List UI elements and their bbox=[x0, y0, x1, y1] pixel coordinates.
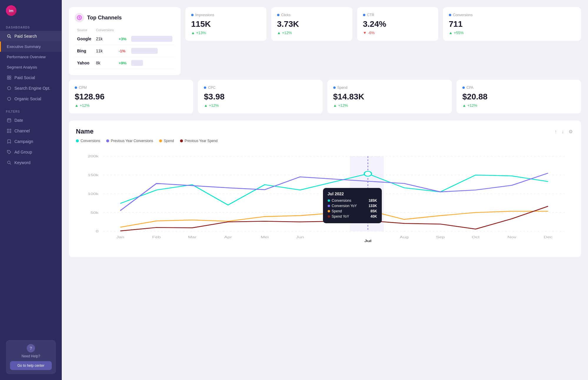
filter-campaign[interactable]: Campaign bbox=[0, 136, 62, 147]
need-help-text: Need Help? bbox=[10, 354, 52, 358]
metric-label: CPA bbox=[462, 86, 575, 90]
svg-text:Sep: Sep bbox=[436, 235, 445, 239]
chart-settings-button[interactable]: ⚙ bbox=[567, 128, 574, 136]
need-help-box: ? Need Help? Go to help center bbox=[6, 340, 56, 374]
tag-icon bbox=[7, 150, 11, 154]
col-conversions: Conversions bbox=[94, 27, 116, 33]
help-icon: ? bbox=[27, 344, 35, 352]
top-channels-header: Top Channels bbox=[75, 13, 175, 22]
metric-cpm: CPM $128.96 ▲ +12% bbox=[69, 80, 193, 114]
metric-dot bbox=[277, 14, 279, 16]
metric-label: Spend bbox=[333, 86, 446, 90]
svg-text:0: 0 bbox=[96, 229, 99, 233]
chart-download-button[interactable]: ↓ bbox=[560, 128, 565, 136]
metric-change: ▲ +12% bbox=[75, 103, 187, 108]
sidebar-logo: im bbox=[0, 0, 62, 21]
channel-row-bing: Bing 11k -1% bbox=[75, 45, 175, 57]
filter-keyword[interactable]: Keyword bbox=[0, 157, 62, 168]
sidebar-item-paid-social[interactable]: Paid Social bbox=[0, 72, 62, 83]
help-center-button[interactable]: Go to help center bbox=[10, 361, 52, 370]
metric-value: 3.73K bbox=[277, 19, 347, 29]
sidebar-item-label: Segment Analysis bbox=[7, 65, 37, 69]
metric-dot bbox=[449, 14, 451, 16]
metric-change: ▲ +12% bbox=[204, 103, 317, 108]
sidebar-item-label: Paid Search bbox=[14, 34, 37, 39]
legend-dot bbox=[106, 139, 109, 142]
search-icon bbox=[7, 34, 11, 39]
sidebar-item-executive-summary[interactable]: Executive Summary bbox=[0, 41, 62, 52]
sidebar-item-label: Executive Summary bbox=[7, 44, 41, 49]
chart-svg: 200k 150k 100k 50k 0 bbox=[76, 150, 574, 250]
legend-prev-conversions: Previous Year Conversions bbox=[106, 139, 153, 143]
svg-text:Mei: Mei bbox=[261, 235, 269, 239]
chart-title: Name bbox=[76, 128, 218, 135]
metric-value: $20.88 bbox=[462, 92, 575, 101]
metric-dot bbox=[191, 14, 194, 16]
legend-dot bbox=[159, 139, 162, 142]
legend-prev-spend: Previous Year Spend bbox=[180, 139, 218, 143]
legend-spend: Spend bbox=[159, 139, 174, 143]
metric-spend: Spend $14.83K ▲ +12% bbox=[327, 80, 452, 114]
chart-upload-button[interactable]: ↑ bbox=[553, 128, 558, 136]
metric-cpa: CPA $20.88 ▲ +12% bbox=[457, 80, 581, 114]
svg-point-16 bbox=[8, 151, 9, 152]
metric-change: ▼ -6% bbox=[363, 31, 432, 35]
svg-text:50k: 50k bbox=[91, 211, 99, 214]
svg-text:Jan: Jan bbox=[116, 235, 124, 239]
social-icon bbox=[7, 96, 11, 101]
metric-dot bbox=[75, 86, 77, 89]
clock-icon bbox=[77, 15, 82, 20]
metrics-row-2: CPM $128.96 ▲ +12% CPC $3.98 ▲ +12% bbox=[69, 80, 581, 114]
chart-legend: Conversions Previous Year Conversions Sp… bbox=[76, 139, 218, 143]
filter-date[interactable]: Date bbox=[0, 115, 62, 126]
svg-rect-14 bbox=[7, 131, 9, 133]
sidebar-item-organic-social[interactable]: Organic Social bbox=[0, 94, 62, 104]
metric-dot bbox=[363, 14, 365, 16]
metric-label: Clicks bbox=[277, 13, 347, 17]
svg-text:200k: 200k bbox=[88, 154, 99, 158]
metric-label: CTR bbox=[363, 13, 432, 17]
metric-dot bbox=[462, 86, 465, 89]
sidebar-item-paid-search[interactable]: Paid Search bbox=[0, 31, 62, 41]
sidebar-bottom: ? Need Help? Go to help center bbox=[0, 334, 62, 380]
metric-value: $14.83K bbox=[333, 92, 446, 101]
channel-bar-yahoo bbox=[131, 60, 143, 66]
metric-label: CPM bbox=[75, 86, 187, 90]
filters-label: FILTERS bbox=[0, 104, 62, 115]
channel-icon bbox=[7, 129, 11, 133]
metric-dot bbox=[333, 86, 336, 89]
metric-label: CPC bbox=[204, 86, 317, 90]
filter-label: Campaign bbox=[14, 139, 33, 144]
metric-value: 711 bbox=[449, 19, 575, 29]
svg-text:150k: 150k bbox=[88, 173, 99, 177]
legend-dot bbox=[76, 139, 79, 142]
metric-value: 3.24% bbox=[363, 19, 432, 29]
metric-clicks: Clicks 3.73K ▲ +12% bbox=[271, 7, 352, 41]
sidebar-item-segment-analysis[interactable]: Segment Analysis bbox=[0, 62, 62, 72]
svg-text:Apr: Apr bbox=[224, 235, 232, 239]
circle-icon bbox=[7, 86, 11, 91]
filter-ad-group[interactable]: Ad Group bbox=[0, 147, 62, 157]
filter-channel[interactable]: Channel bbox=[0, 126, 62, 136]
svg-rect-2 bbox=[7, 76, 9, 77]
metric-cpc: CPC $3.98 ▲ +12% bbox=[198, 80, 322, 114]
svg-rect-8 bbox=[7, 119, 11, 122]
channel-row-yahoo: Yahoo 8k +9% bbox=[75, 57, 175, 69]
svg-text:Jun: Jun bbox=[296, 235, 304, 239]
svg-rect-4 bbox=[7, 78, 9, 79]
svg-text:Nov: Nov bbox=[507, 235, 517, 239]
sidebar-item-search-engine-opt[interactable]: Search Engine Opt. bbox=[0, 83, 62, 94]
svg-text:100k: 100k bbox=[88, 192, 99, 196]
channel-bar-bing bbox=[131, 48, 158, 54]
filter-label: Channel bbox=[14, 129, 30, 133]
svg-point-35 bbox=[366, 219, 370, 222]
svg-rect-15 bbox=[10, 131, 11, 133]
app-logo: im bbox=[6, 5, 16, 16]
metric-change: ▲ +55% bbox=[449, 31, 575, 35]
metric-change: ▲ +12% bbox=[462, 103, 575, 108]
dashboards-label: DASHBOARDS bbox=[0, 21, 62, 31]
keyword-icon bbox=[7, 160, 11, 165]
metric-value: $3.98 bbox=[204, 92, 317, 101]
metric-change: ▲ +12% bbox=[333, 103, 446, 108]
sidebar-item-performance-overview[interactable]: Performance Overview bbox=[0, 52, 62, 62]
